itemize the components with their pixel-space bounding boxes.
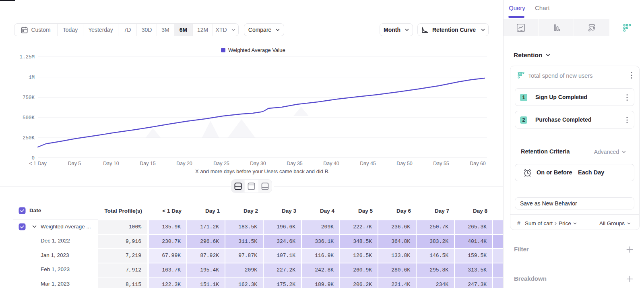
svg-text:0: 0 bbox=[31, 155, 35, 161]
svg-text:Day 40: Day 40 bbox=[323, 161, 339, 166]
svg-text:Day 25: Day 25 bbox=[213, 161, 229, 166]
svg-text:Day 20: Day 20 bbox=[176, 161, 192, 166]
svg-text:< 1 Day: < 1 Day bbox=[29, 161, 47, 166]
svg-text:1M: 1M bbox=[29, 75, 35, 81]
svg-text:500K: 500K bbox=[23, 115, 35, 121]
svg-text:250K: 250K bbox=[23, 135, 35, 141]
svg-text:Day 45: Day 45 bbox=[360, 161, 376, 166]
svg-text:Day 60: Day 60 bbox=[470, 161, 486, 166]
svg-text:750K: 750K bbox=[23, 95, 35, 101]
svg-text:Day 35: Day 35 bbox=[287, 161, 303, 166]
svg-text:1.25M: 1.25M bbox=[19, 54, 35, 60]
svg-text:Day 55: Day 55 bbox=[433, 161, 449, 166]
svg-text:Day 50: Day 50 bbox=[396, 161, 413, 166]
svg-text:Day 30: Day 30 bbox=[250, 161, 266, 166]
svg-text:Day 5: Day 5 bbox=[68, 161, 81, 166]
svg-text:Day 15: Day 15 bbox=[140, 161, 156, 166]
svg-text:Day 10: Day 10 bbox=[103, 161, 119, 166]
